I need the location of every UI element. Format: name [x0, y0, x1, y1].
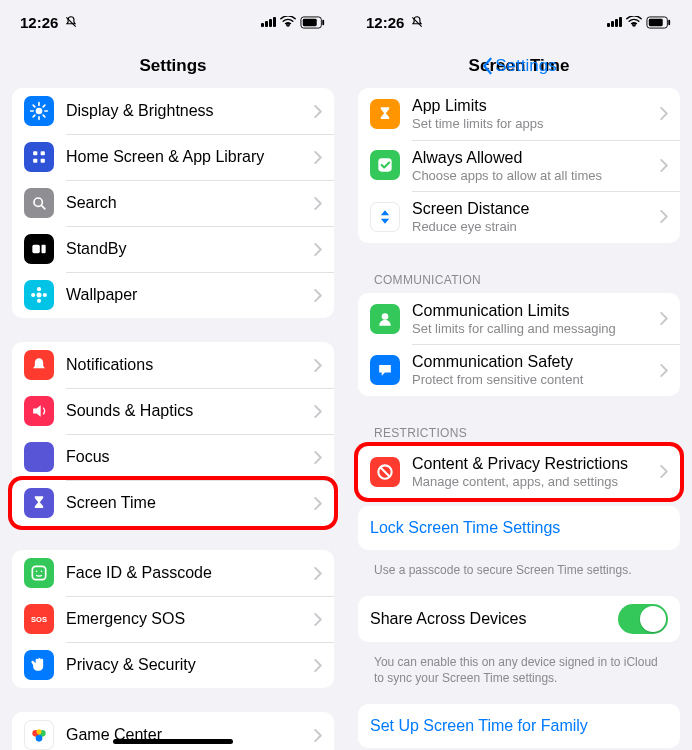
row-display-brightness[interactable]: Display & Brightness	[12, 88, 334, 134]
svg-rect-16	[41, 159, 45, 163]
check-icon	[370, 150, 400, 180]
row-screen-time[interactable]: Screen Time	[12, 480, 334, 526]
row-restrictions[interactable]: Content & Privacy RestrictionsManage con…	[358, 446, 680, 498]
row-share-devices[interactable]: Share Across Devices	[358, 596, 680, 642]
right-phone: 12:26 Settings Screen Time App LimitsSet…	[346, 0, 692, 750]
faceid-icon	[24, 558, 54, 588]
chevron-right-icon	[314, 659, 322, 672]
bubble-icon	[370, 355, 400, 385]
nav-bar: Settings Screen Time	[346, 44, 692, 88]
svg-line-11	[33, 115, 35, 117]
hand-icon	[24, 650, 54, 680]
chevron-left-icon	[481, 57, 493, 75]
row-label: Home Screen & App Library	[66, 147, 302, 167]
screen-time-list[interactable]: App LimitsSet time limits for appsAlways…	[346, 88, 692, 750]
chevron-right-icon	[660, 107, 668, 120]
back-label: Settings	[495, 56, 556, 76]
row-app-limits[interactable]: App LimitsSet time limits for apps	[358, 88, 680, 140]
section-footer: You can enable this on any device signed…	[346, 650, 692, 704]
svg-line-18	[42, 206, 45, 209]
search-icon	[24, 188, 54, 218]
row-focus[interactable]: Focus	[12, 434, 334, 480]
chevron-right-icon	[660, 364, 668, 377]
hourglass-icon	[24, 488, 54, 518]
svg-point-4	[36, 108, 43, 115]
row-family[interactable]: Set Up Screen Time for Family	[358, 704, 680, 748]
row-label: Privacy & Security	[66, 655, 302, 675]
chevron-right-icon	[314, 613, 322, 626]
row-search[interactable]: Search	[12, 180, 334, 226]
chevron-right-icon	[660, 210, 668, 223]
row-screen-distance[interactable]: Screen DistanceReduce eye strain	[358, 191, 680, 243]
nav-bar: Settings	[0, 44, 346, 88]
back-button[interactable]: Settings	[481, 56, 556, 76]
status-bar: 12:26	[0, 0, 346, 44]
row-notifications[interactable]: Notifications	[12, 342, 334, 388]
row-sos[interactable]: SOSEmergency SOS	[12, 596, 334, 642]
row-label: Screen Distance	[412, 199, 648, 219]
row-label: Focus	[66, 447, 302, 467]
chevron-right-icon	[660, 465, 668, 478]
svg-line-43	[380, 467, 390, 477]
row-sounds[interactable]: Sounds & Haptics	[12, 388, 334, 434]
svg-point-21	[37, 293, 42, 298]
row-faceid[interactable]: Face ID & Passcode	[12, 550, 334, 596]
row-standby[interactable]: StandBy	[12, 226, 334, 272]
svg-point-23	[37, 299, 41, 303]
chevron-right-icon	[314, 105, 322, 118]
row-subtitle: Protect from sensitive content	[412, 372, 648, 388]
row-comm-safety[interactable]: Communication SafetyProtect from sensiti…	[358, 344, 680, 396]
row-label: Search	[66, 193, 302, 213]
svg-point-33	[37, 729, 42, 734]
row-wallpaper[interactable]: Wallpaper	[12, 272, 334, 318]
chevron-right-icon	[314, 451, 322, 464]
chevron-right-icon	[314, 359, 322, 372]
row-label: Set Up Screen Time for Family	[370, 716, 668, 736]
row-label: Share Across Devices	[370, 609, 606, 629]
row-label: Always Allowed	[412, 148, 648, 168]
toggle-switch[interactable]	[618, 604, 668, 634]
row-label: Display & Brightness	[66, 101, 302, 121]
svg-line-12	[43, 105, 45, 107]
svg-line-10	[43, 115, 45, 117]
row-lock-st[interactable]: Lock Screen Time Settings	[358, 506, 680, 550]
row-always-allowed[interactable]: Always AllowedChoose apps to allow at al…	[358, 140, 680, 192]
sos-icon: SOS	[24, 604, 54, 634]
row-home-screen[interactable]: Home Screen & App Library	[12, 134, 334, 180]
row-subtitle: Set limits for calling and messaging	[412, 321, 648, 337]
status-bar: 12:26	[346, 0, 692, 44]
flower-icon	[24, 280, 54, 310]
row-label: Lock Screen Time Settings	[370, 518, 668, 538]
svg-point-41	[382, 313, 389, 320]
cellular-icon	[607, 17, 622, 27]
chevron-right-icon	[314, 197, 322, 210]
hourglass-icon	[370, 99, 400, 129]
nosign-icon	[370, 457, 400, 487]
row-privacy[interactable]: Privacy & Security	[12, 642, 334, 688]
row-label: Communication Safety	[412, 352, 648, 372]
svg-point-24	[31, 293, 35, 297]
svg-rect-14	[41, 151, 45, 155]
row-comm-limits[interactable]: Communication LimitsSet limits for calli…	[358, 293, 680, 345]
svg-rect-13	[33, 151, 37, 155]
row-label: StandBy	[66, 239, 302, 259]
row-subtitle: Set time limits for apps	[412, 116, 648, 132]
chevron-right-icon	[314, 151, 322, 164]
chevron-right-icon	[314, 729, 322, 742]
battery-icon	[646, 16, 672, 29]
row-subtitle: Choose apps to allow at all times	[412, 168, 648, 184]
row-label: Communication Limits	[412, 301, 648, 321]
svg-point-32	[36, 735, 43, 742]
row-label: Sounds & Haptics	[66, 401, 302, 421]
row-game-center[interactable]: Game Center	[12, 712, 334, 750]
standby-icon	[24, 234, 54, 264]
page-title: Settings	[0, 56, 346, 76]
row-label: Emergency SOS	[66, 609, 302, 629]
settings-list[interactable]: Display & BrightnessHome Screen & App Li…	[0, 88, 346, 750]
svg-rect-19	[32, 245, 40, 253]
svg-line-9	[33, 105, 35, 107]
cellular-icon	[261, 17, 276, 27]
svg-rect-26	[32, 566, 45, 579]
svg-point-27	[36, 571, 38, 573]
bell-off-icon	[64, 15, 78, 29]
